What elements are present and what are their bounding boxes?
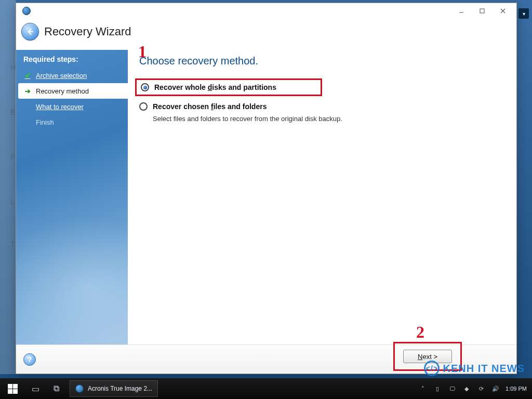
bg-letter: E xyxy=(10,108,15,116)
option-recover-files-folders[interactable]: Recover chosen files and folders xyxy=(139,100,505,113)
taskbar[interactable]: ▭ ⧉ Acronis True Image 2... ˄ ▯ 🖵 ◆ ⟳ 🔊 … xyxy=(0,378,532,399)
sidebar-heading: Required steps: xyxy=(16,50,128,68)
wizard-header: Recovery Wizard xyxy=(16,19,516,50)
option-label: Recover chosen files and folders xyxy=(153,102,267,111)
option-recover-whole-disks[interactable]: Recover whole disks and partitions xyxy=(135,78,322,96)
task-label: Acronis True Image 2... xyxy=(88,385,152,392)
taskview-icon[interactable]: ▭ xyxy=(25,378,46,399)
background-window-edge xyxy=(0,0,16,374)
background-dropdown-chevron[interactable]: ▾ xyxy=(518,8,529,19)
svg-rect-1 xyxy=(480,9,484,13)
radio-icon[interactable] xyxy=(141,83,149,91)
tray-volume-icon[interactable]: 🔊 xyxy=(491,385,500,392)
wizard-title: Recovery Wizard xyxy=(44,25,131,38)
close-button[interactable] xyxy=(493,5,513,17)
window-titlebar[interactable] xyxy=(16,3,516,19)
maximize-button[interactable] xyxy=(472,5,493,17)
bg-letter: L xyxy=(10,197,15,206)
watermark-text: KENH IT NEWS xyxy=(443,363,525,375)
step-label: What to recover xyxy=(36,103,84,111)
checkmark-icon: ✔ xyxy=(23,71,32,79)
app-icon xyxy=(75,384,84,393)
back-button[interactable] xyxy=(21,23,39,41)
watermark: </> KENH IT NEWS xyxy=(424,361,525,376)
wizard-content: Choose recovery method. Recover whole di… xyxy=(128,50,516,344)
tray-chevron-icon[interactable]: ˄ xyxy=(418,385,428,392)
app-icon xyxy=(22,7,31,15)
recovery-wizard-window: Recovery Wizard Required steps: ✔ Archiv… xyxy=(16,3,517,374)
taskbar-pinned-icon[interactable]: ⧉ xyxy=(46,378,66,399)
annotation-2: 2 xyxy=(416,323,424,342)
step-archive-selection[interactable]: ✔ Archive selection xyxy=(16,68,128,83)
help-button[interactable]: ? xyxy=(23,353,36,366)
steps-sidebar: Required steps: ✔ Archive selection ➔ Re… xyxy=(16,50,128,344)
tray-clock[interactable]: 1:09 PM xyxy=(506,385,527,392)
step-spacer xyxy=(23,118,32,126)
step-spacer xyxy=(23,102,32,111)
taskbar-task-acronis[interactable]: Acronis True Image 2... xyxy=(70,380,158,397)
bg-letter: T xyxy=(10,240,15,248)
step-label: Recovery method xyxy=(36,87,89,95)
radio-icon[interactable] xyxy=(139,102,148,111)
tray-monitor-icon[interactable]: 🖵 xyxy=(447,385,457,392)
content-title: Choose recovery method. xyxy=(139,55,505,67)
step-recovery-method: ➔ Recovery method xyxy=(18,83,128,99)
current-step-icon: ➔ xyxy=(23,87,32,95)
windows-logo-icon xyxy=(8,384,18,394)
tray-action-icon[interactable]: ◆ xyxy=(462,385,471,392)
step-label: Finish xyxy=(36,118,54,126)
bg-letter: H xyxy=(10,63,16,72)
step-what-to-recover[interactable]: What to recover xyxy=(16,99,128,114)
tray-network-icon[interactable]: ▯ xyxy=(433,385,442,392)
option-label: Recover whole disks and partitions xyxy=(154,83,276,91)
watermark-logo-icon: </> xyxy=(424,361,440,376)
annotation-1: 1 xyxy=(138,42,147,61)
bg-letter: P xyxy=(10,153,15,161)
step-finish: Finish xyxy=(16,114,128,130)
start-button[interactable] xyxy=(0,378,25,399)
minimize-button[interactable] xyxy=(451,5,472,17)
system-tray[interactable]: ˄ ▯ 🖵 ◆ ⟳ 🔊 1:09 PM xyxy=(418,385,532,392)
step-label: Archive selection xyxy=(36,72,87,79)
tray-sync-icon[interactable]: ⟳ xyxy=(476,385,486,392)
option-description: Select files and folders to recover from… xyxy=(153,115,505,123)
